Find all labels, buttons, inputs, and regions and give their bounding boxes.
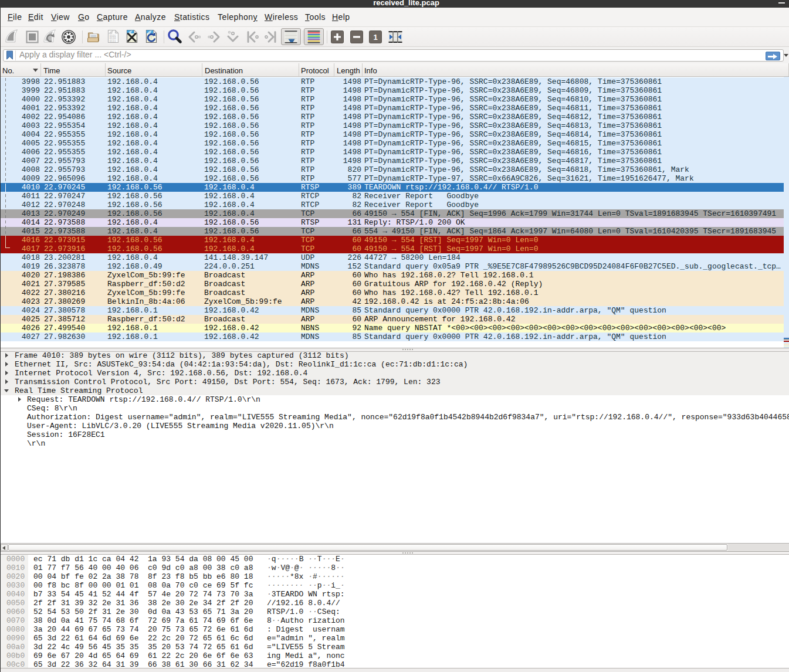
svg-text:0111: 0111 — [110, 40, 116, 43]
svg-text:1: 1 — [373, 33, 377, 42]
